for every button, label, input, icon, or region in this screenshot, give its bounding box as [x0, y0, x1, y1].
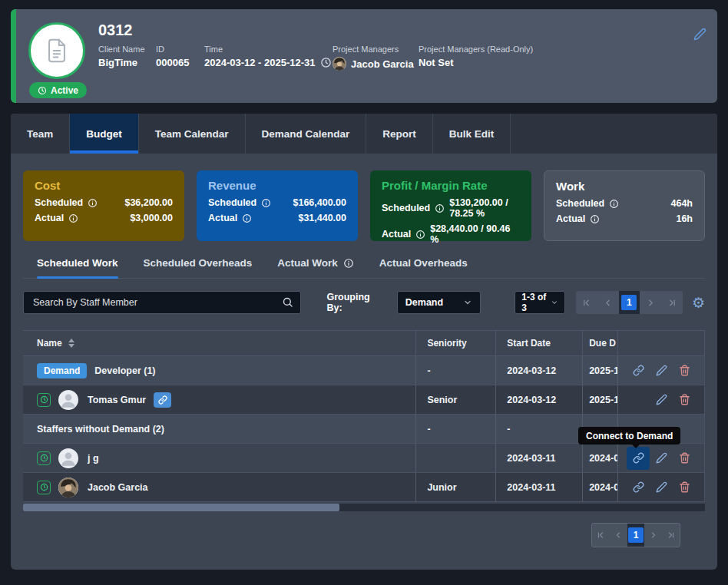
- chevron-left-icon: [614, 530, 623, 540]
- group-name: Developer (1): [94, 365, 155, 376]
- next-page-button[interactable]: [640, 291, 661, 314]
- info-icon[interactable]: [88, 198, 98, 208]
- current-page-number: 1: [621, 295, 637, 310]
- subtab-actual-overheads[interactable]: Actual Overheads: [379, 250, 468, 278]
- profit-scheduled-label: Scheduled: [382, 203, 430, 213]
- info-icon[interactable]: [609, 199, 619, 209]
- scrollbar-thumb[interactable]: [23, 504, 339, 511]
- work-actual-value: 16h: [676, 213, 693, 224]
- avatar: [58, 390, 78, 410]
- status-badge-label: Active: [51, 85, 78, 96]
- demand-badge: Demand: [37, 363, 87, 378]
- page-size-select[interactable]: 1-3 of 3: [515, 291, 565, 314]
- bottom-pagination: 1: [591, 523, 680, 547]
- cost-actual-value: $3,000.00: [130, 213, 173, 223]
- subtab-actual-work[interactable]: Actual Work: [277, 250, 354, 278]
- work-scheduled-label: Scheduled: [556, 198, 604, 209]
- prev-page-button[interactable]: [597, 291, 619, 314]
- first-page-button[interactable]: [576, 291, 597, 314]
- first-page-button[interactable]: [592, 524, 610, 547]
- column-header-seniority[interactable]: Seniority: [415, 331, 495, 355]
- tab-team-calendar[interactable]: Team Calendar: [139, 114, 246, 154]
- tab-report[interactable]: Report: [366, 114, 433, 154]
- prev-page-button[interactable]: [610, 524, 627, 547]
- main-tabbar: Team Budget Team Calendar Demand Calenda…: [11, 114, 717, 154]
- revenue-scheduled-label: Scheduled: [208, 197, 256, 208]
- client-name-value: BigTime: [98, 57, 145, 68]
- edit-icon[interactable]: [650, 359, 673, 382]
- current-page-button[interactable]: 1: [627, 524, 645, 547]
- last-page-button[interactable]: [662, 524, 680, 547]
- edit-icon[interactable]: [650, 447, 673, 470]
- summary-cards: Cost Scheduled $36,200.00 Actual $3,000.…: [23, 170, 705, 241]
- column-header-actions: [617, 331, 704, 355]
- edit-icon[interactable]: [650, 388, 673, 411]
- delete-icon[interactable]: [673, 476, 696, 499]
- column-header-due-date[interactable]: Due D: [582, 331, 617, 355]
- grouping-select[interactable]: Demand: [397, 291, 481, 314]
- revenue-actual-label: Actual: [208, 213, 237, 223]
- project-id-field: ID 000065: [156, 45, 189, 68]
- time-range-label: Time: [204, 45, 332, 54]
- delete-icon[interactable]: [673, 388, 696, 411]
- info-icon[interactable]: [435, 203, 445, 213]
- chevron-left-icon: [603, 298, 613, 308]
- chevron-right-icon: [646, 298, 656, 308]
- cost-scheduled-value: $36,200.00: [124, 197, 173, 208]
- first-page-icon: [596, 530, 605, 540]
- top-pagination: 1: [576, 291, 683, 314]
- current-page-number: 1: [628, 527, 644, 543]
- profit-scheduled-value: $130,200.00 / 78.25 %: [449, 197, 520, 219]
- search-box: [23, 291, 301, 314]
- budget-subtabs: Scheduled Work Scheduled Overheads Actua…: [23, 250, 705, 279]
- work-actual-label: Actual: [556, 213, 585, 224]
- linked-demand-icon[interactable]: [154, 392, 171, 408]
- info-icon[interactable]: [590, 214, 600, 224]
- revenue-actual-value: $31,440.00: [298, 213, 346, 223]
- cost-card-title: Cost: [35, 179, 173, 192]
- project-budget-page: Active 0312 Client Name BigTime ID 00006…: [0, 0, 728, 585]
- sort-icon[interactable]: [68, 339, 74, 348]
- cost-actual-label: Actual: [35, 213, 64, 223]
- seniority-cell: Junior: [415, 473, 495, 501]
- info-icon: [343, 258, 354, 269]
- tooltip-connect-to-demand: Connect to Demand: [578, 427, 680, 445]
- status-badge: Active: [29, 82, 87, 98]
- column-header-name[interactable]: Name: [23, 331, 415, 355]
- last-page-button[interactable]: [661, 291, 683, 314]
- tab-demand-calendar[interactable]: Demand Calendar: [246, 114, 367, 154]
- tab-budget[interactable]: Budget: [70, 114, 139, 154]
- horizontal-scrollbar: [23, 504, 705, 511]
- profit-card: Profit / Margin Rate Scheduled $130,200.…: [370, 170, 531, 241]
- current-page-button[interactable]: 1: [619, 291, 640, 314]
- connect-demand-icon[interactable]: [627, 359, 650, 382]
- tab-team[interactable]: Team: [11, 114, 70, 154]
- settings-gear-icon[interactable]: ⚙: [692, 296, 705, 310]
- last-page-icon: [667, 298, 677, 308]
- scheduled-work-table: Name Seniority Start Date Due D Demand: [23, 330, 705, 502]
- info-icon[interactable]: [415, 230, 425, 240]
- edit-icon[interactable]: [650, 476, 673, 499]
- active-status-strip: [11, 9, 16, 103]
- start-date-cell: 2024-03-11: [495, 444, 582, 472]
- subtab-scheduled-overheads[interactable]: Scheduled Overheads: [144, 250, 253, 278]
- first-page-icon: [581, 298, 591, 308]
- next-page-button[interactable]: [644, 524, 662, 547]
- search-input[interactable]: [23, 291, 301, 314]
- project-managers-readonly-label: Project Managers (Read-Only): [419, 45, 533, 54]
- info-icon[interactable]: [242, 213, 252, 223]
- table-row: Jacob Garcia Junior 2024-03-11 2024-0: [23, 473, 705, 502]
- subtab-scheduled-work[interactable]: Scheduled Work: [37, 250, 118, 278]
- connect-demand-icon[interactable]: [627, 476, 650, 499]
- delete-icon[interactable]: [673, 359, 696, 382]
- page-title: 0312: [98, 21, 133, 39]
- column-header-start-date[interactable]: Start Date: [495, 331, 582, 355]
- search-icon[interactable]: [282, 296, 293, 308]
- delete-icon[interactable]: [673, 447, 696, 470]
- budget-panel: Cost Scheduled $36,200.00 Actual $3,000.…: [11, 154, 717, 570]
- edit-project-icon[interactable]: [693, 28, 706, 41]
- page-range-value: 1-3 of 3: [521, 292, 551, 313]
- tab-bulk-edit[interactable]: Bulk Edit: [433, 114, 511, 154]
- info-icon[interactable]: [68, 213, 78, 223]
- info-icon[interactable]: [261, 198, 271, 208]
